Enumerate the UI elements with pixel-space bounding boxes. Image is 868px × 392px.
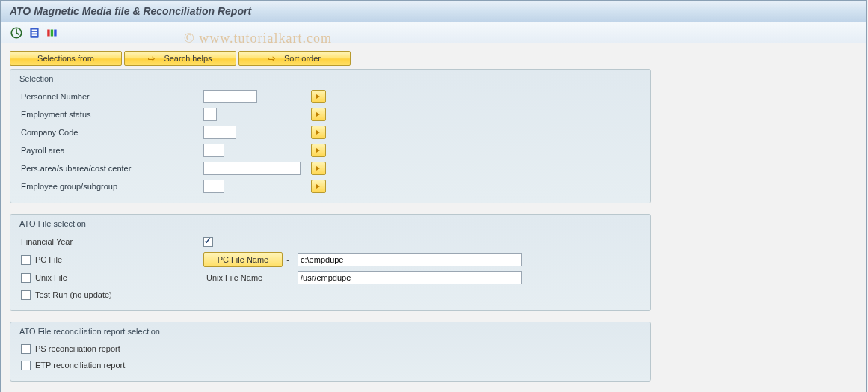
search-helps-button[interactable]: ⇨ Search helps (124, 51, 236, 66)
employee-group-input[interactable] (203, 180, 224, 193)
payroll-area-label: Payroll area (18, 146, 203, 155)
app-toolbar (1, 22, 866, 43)
personnel-number-label: Personnel Number (18, 92, 203, 101)
personnel-number-input[interactable] (203, 90, 257, 103)
payroll-area-row: Payroll area (18, 141, 643, 159)
pc-file-sep: - (283, 255, 293, 264)
unix-file-row: Unix File Unix File Name (18, 269, 643, 287)
etp-recon-row: ETP reconciliation report (18, 357, 643, 373)
test-run-label: Test Run (no update) (35, 290, 112, 299)
unix-file-label: Unix File (35, 273, 67, 282)
unix-file-checkbox[interactable] (21, 273, 31, 283)
svg-rect-7 (54, 29, 56, 36)
ato-file-group: ATO File selection Financial Year PC Fil… (10, 214, 651, 311)
financial-year-checkbox[interactable] (203, 237, 213, 247)
recon-group: ATO File reconciliation report selection… (10, 322, 651, 382)
svg-rect-5 (47, 29, 49, 36)
test-run-row: Test Run (no update) (18, 287, 643, 303)
unix-file-name-label: Unix File Name (203, 270, 283, 285)
financial-year-row: Financial Year (18, 233, 643, 251)
recon-group-title: ATO File reconciliation report selection (18, 327, 643, 336)
selection-group-title: Selection (18, 74, 643, 83)
ps-recon-checkbox[interactable] (21, 344, 31, 354)
company-code-label: Company Code (18, 128, 203, 137)
ato-file-group-title: ATO File selection (18, 219, 643, 228)
personnel-number-multi-button[interactable] (311, 90, 326, 103)
ps-recon-label: PS reconciliation report (35, 344, 120, 353)
info-icon[interactable] (28, 26, 41, 40)
pers-area-input[interactable] (203, 162, 301, 175)
employee-group-label: Employee group/subgroup (18, 182, 203, 191)
ps-recon-row: PS reconciliation report (18, 340, 643, 357)
payroll-area-input[interactable] (203, 144, 224, 157)
pc-file-checkbox[interactable] (21, 255, 31, 265)
pers-area-label: Pers.area/subarea/cost center (18, 164, 203, 173)
etp-recon-checkbox[interactable] (21, 361, 31, 370)
content-area: Selections from ⇨ Search helps ⇨ Sort or… (1, 43, 866, 392)
company-code-row: Company Code (18, 123, 643, 141)
employee-group-multi-button[interactable] (311, 180, 326, 193)
sort-order-button[interactable]: ⇨ Sort order (238, 51, 351, 66)
svg-rect-2 (32, 29, 37, 31)
svg-rect-6 (51, 29, 53, 36)
svg-rect-4 (32, 34, 37, 36)
pc-file-name-button[interactable]: PC File Name (203, 252, 283, 267)
svg-rect-3 (32, 31, 37, 33)
payroll-area-multi-button[interactable] (311, 144, 326, 157)
company-code-input[interactable] (203, 126, 236, 139)
selection-toolbar: Selections from ⇨ Search helps ⇨ Sort or… (10, 51, 857, 66)
employment-status-multi-button[interactable] (311, 108, 326, 121)
pc-file-row: PC File PC File Name - (18, 251, 643, 269)
pers-area-multi-button[interactable] (311, 162, 326, 175)
search-helps-label: Search helps (164, 54, 212, 63)
unix-file-input[interactable] (298, 271, 522, 284)
etp-recon-label: ETP reconciliation report (35, 361, 125, 370)
employment-status-input[interactable] (203, 108, 217, 121)
financial-year-label: Financial Year (21, 237, 73, 246)
execute-icon[interactable] (10, 26, 23, 40)
title-bar: ATO Magnetic Media file & Reconciliation… (1, 1, 866, 22)
employment-status-row: Employment status (18, 105, 643, 123)
selection-group: Selection Personnel Number Employment st… (10, 69, 651, 203)
pc-file-input[interactable] (298, 253, 522, 266)
employment-status-label: Employment status (18, 110, 203, 119)
arrow-right-icon: ⇨ (268, 54, 275, 64)
color-legend-icon[interactable] (46, 26, 59, 40)
sort-order-label: Sort order (284, 54, 321, 63)
company-code-multi-button[interactable] (311, 126, 326, 139)
pc-file-label: PC File (35, 255, 62, 264)
arrow-right-icon: ⇨ (148, 54, 155, 64)
pers-area-row: Pers.area/subarea/cost center (18, 159, 643, 177)
page-title: ATO Magnetic Media file & Reconciliation… (10, 5, 857, 17)
employee-group-row: Employee group/subgroup (18, 177, 643, 195)
test-run-checkbox[interactable] (21, 290, 31, 300)
pc-file-name-button-label: PC File Name (218, 255, 268, 264)
personnel-number-row: Personnel Number (18, 88, 643, 105)
selections-from-label: Selections from (37, 54, 94, 63)
selections-from-button[interactable]: Selections from (10, 51, 122, 66)
